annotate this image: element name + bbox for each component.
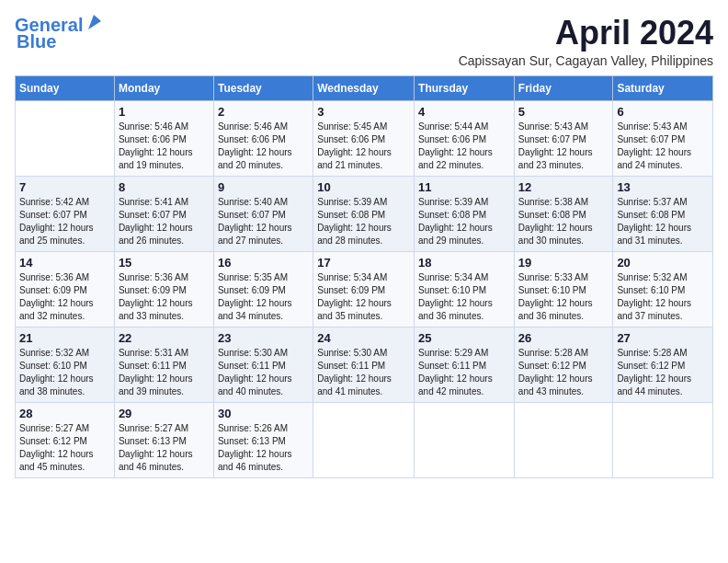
calendar-cell: 28Sunrise: 5:27 AM Sunset: 6:12 PM Dayli…: [16, 402, 115, 477]
day-number: 28: [19, 407, 110, 420]
day-info: Sunrise: 5:45 AM Sunset: 6:06 PM Dayligh…: [317, 121, 410, 172]
month-title: April 2024: [459, 15, 713, 52]
day-number: 16: [218, 256, 309, 270]
day-number: 24: [317, 331, 410, 345]
day-number: 6: [617, 105, 709, 119]
day-info: Sunrise: 5:34 AM Sunset: 6:10 PM Dayligh…: [418, 271, 510, 323]
day-info: Sunrise: 5:43 AM Sunset: 6:07 PM Dayligh…: [518, 121, 609, 172]
day-number: 17: [317, 256, 410, 270]
day-number: 1: [119, 105, 210, 119]
calendar-cell: 30Sunrise: 5:26 AM Sunset: 6:13 PM Dayli…: [213, 402, 313, 477]
day-info: Sunrise: 5:40 AM Sunset: 6:07 PM Dayligh…: [218, 196, 309, 247]
calendar-cell: 10Sunrise: 5:39 AM Sunset: 6:08 PM Dayli…: [313, 176, 415, 251]
calendar-cell: 21Sunrise: 5:32 AM Sunset: 6:10 PM Dayli…: [16, 327, 115, 402]
calendar-cell: 3Sunrise: 5:45 AM Sunset: 6:06 PM Daylig…: [313, 100, 415, 176]
day-number: 30: [218, 407, 309, 420]
location-subtitle: Capissayan Sur, Cagayan Valley, Philippi…: [459, 53, 713, 68]
day-number: 14: [19, 256, 110, 270]
day-info: Sunrise: 5:28 AM Sunset: 6:12 PM Dayligh…: [617, 347, 709, 398]
calendar-cell: [16, 100, 115, 176]
page-header: General Blue April 2024 Capissayan Sur, …: [15, 15, 713, 68]
calendar-cell: [613, 402, 713, 477]
calendar-cell: [415, 402, 515, 477]
calendar-week-5: 28Sunrise: 5:27 AM Sunset: 6:12 PM Dayli…: [16, 402, 713, 477]
calendar-cell: 15Sunrise: 5:36 AM Sunset: 6:09 PM Dayli…: [114, 251, 213, 327]
logo-blue-text: Blue: [17, 31, 56, 52]
calendar-cell: 1Sunrise: 5:46 AM Sunset: 6:06 PM Daylig…: [114, 100, 213, 176]
header-wednesday: Wednesday: [313, 75, 415, 100]
calendar-cell: 2Sunrise: 5:46 AM Sunset: 6:06 PM Daylig…: [213, 100, 313, 176]
calendar-cell: 20Sunrise: 5:32 AM Sunset: 6:10 PM Dayli…: [613, 251, 713, 327]
day-number: 29: [119, 407, 210, 420]
day-info: Sunrise: 5:33 AM Sunset: 6:10 PM Dayligh…: [518, 271, 609, 323]
calendar-cell: 14Sunrise: 5:36 AM Sunset: 6:09 PM Dayli…: [16, 251, 115, 327]
day-info: Sunrise: 5:39 AM Sunset: 6:08 PM Dayligh…: [317, 196, 410, 247]
calendar-cell: 26Sunrise: 5:28 AM Sunset: 6:12 PM Dayli…: [514, 327, 613, 402]
calendar-table: SundayMondayTuesdayWednesdayThursdayFrid…: [15, 75, 713, 478]
day-number: 18: [418, 256, 510, 270]
day-info: Sunrise: 5:34 AM Sunset: 6:09 PM Dayligh…: [317, 271, 410, 323]
calendar-cell: [313, 402, 415, 477]
calendar-cell: [514, 402, 613, 477]
day-number: 23: [218, 331, 309, 345]
day-info: Sunrise: 5:29 AM Sunset: 6:11 PM Dayligh…: [418, 347, 510, 398]
calendar-week-1: 1Sunrise: 5:46 AM Sunset: 6:06 PM Daylig…: [16, 100, 713, 176]
calendar-cell: 27Sunrise: 5:28 AM Sunset: 6:12 PM Dayli…: [613, 327, 713, 402]
calendar-body: 1Sunrise: 5:46 AM Sunset: 6:06 PM Daylig…: [16, 100, 713, 477]
title-block: April 2024 Capissayan Sur, Cagayan Valle…: [459, 15, 713, 68]
day-info: Sunrise: 5:42 AM Sunset: 6:07 PM Dayligh…: [19, 196, 110, 247]
header-sunday: Sunday: [16, 75, 115, 100]
calendar-cell: 11Sunrise: 5:39 AM Sunset: 6:08 PM Dayli…: [415, 176, 515, 251]
day-number: 10: [317, 180, 410, 194]
calendar-cell: 13Sunrise: 5:37 AM Sunset: 6:08 PM Dayli…: [613, 176, 713, 251]
calendar-cell: 29Sunrise: 5:27 AM Sunset: 6:13 PM Dayli…: [114, 402, 213, 477]
day-number: 2: [218, 105, 309, 119]
calendar-cell: 16Sunrise: 5:35 AM Sunset: 6:09 PM Dayli…: [213, 251, 313, 327]
day-info: Sunrise: 5:43 AM Sunset: 6:07 PM Dayligh…: [617, 121, 709, 172]
day-info: Sunrise: 5:37 AM Sunset: 6:08 PM Dayligh…: [617, 196, 709, 247]
header-thursday: Thursday: [415, 75, 515, 100]
day-number: 22: [119, 331, 210, 345]
day-number: 15: [119, 256, 210, 270]
day-number: 8: [119, 180, 210, 194]
day-info: Sunrise: 5:46 AM Sunset: 6:06 PM Dayligh…: [119, 121, 210, 172]
calendar-cell: 22Sunrise: 5:31 AM Sunset: 6:11 PM Dayli…: [114, 327, 213, 402]
day-info: Sunrise: 5:28 AM Sunset: 6:12 PM Dayligh…: [518, 347, 609, 398]
header-monday: Monday: [114, 75, 213, 100]
day-number: 5: [518, 105, 609, 119]
day-info: Sunrise: 5:32 AM Sunset: 6:10 PM Dayligh…: [617, 271, 709, 323]
day-number: 20: [617, 256, 709, 270]
calendar-cell: 23Sunrise: 5:30 AM Sunset: 6:11 PM Dayli…: [213, 327, 313, 402]
calendar-cell: 8Sunrise: 5:41 AM Sunset: 6:07 PM Daylig…: [114, 176, 213, 251]
day-info: Sunrise: 5:27 AM Sunset: 6:13 PM Dayligh…: [119, 422, 210, 474]
day-number: 11: [418, 180, 510, 194]
day-number: 26: [518, 331, 609, 345]
day-number: 7: [19, 180, 110, 194]
day-info: Sunrise: 5:26 AM Sunset: 6:13 PM Dayligh…: [218, 422, 309, 474]
calendar-week-2: 7Sunrise: 5:42 AM Sunset: 6:07 PM Daylig…: [16, 176, 713, 251]
day-info: Sunrise: 5:30 AM Sunset: 6:11 PM Dayligh…: [317, 347, 410, 398]
calendar-cell: 17Sunrise: 5:34 AM Sunset: 6:09 PM Dayli…: [313, 251, 415, 327]
header-friday: Friday: [514, 75, 613, 100]
day-info: Sunrise: 5:36 AM Sunset: 6:09 PM Dayligh…: [119, 271, 210, 323]
day-info: Sunrise: 5:32 AM Sunset: 6:10 PM Dayligh…: [19, 347, 110, 398]
day-info: Sunrise: 5:46 AM Sunset: 6:06 PM Dayligh…: [218, 121, 309, 172]
logo: General Blue: [15, 15, 105, 52]
day-info: Sunrise: 5:31 AM Sunset: 6:11 PM Dayligh…: [119, 347, 210, 398]
day-info: Sunrise: 5:35 AM Sunset: 6:09 PM Dayligh…: [218, 271, 309, 323]
day-number: 19: [518, 256, 609, 270]
day-info: Sunrise: 5:30 AM Sunset: 6:11 PM Dayligh…: [218, 347, 309, 398]
svg-marker-0: [88, 15, 101, 29]
header-tuesday: Tuesday: [213, 75, 313, 100]
day-info: Sunrise: 5:27 AM Sunset: 6:12 PM Dayligh…: [19, 422, 110, 474]
day-info: Sunrise: 5:41 AM Sunset: 6:07 PM Dayligh…: [119, 196, 210, 247]
day-number: 4: [418, 105, 510, 119]
calendar-cell: 19Sunrise: 5:33 AM Sunset: 6:10 PM Dayli…: [514, 251, 613, 327]
day-number: 9: [218, 180, 309, 194]
calendar-cell: 25Sunrise: 5:29 AM Sunset: 6:11 PM Dayli…: [415, 327, 515, 402]
day-number: 3: [317, 105, 410, 119]
day-info: Sunrise: 5:39 AM Sunset: 6:08 PM Dayligh…: [418, 196, 510, 247]
calendar-cell: 12Sunrise: 5:38 AM Sunset: 6:08 PM Dayli…: [514, 176, 613, 251]
day-number: 12: [518, 180, 609, 194]
calendar-cell: 5Sunrise: 5:43 AM Sunset: 6:07 PM Daylig…: [514, 100, 613, 176]
